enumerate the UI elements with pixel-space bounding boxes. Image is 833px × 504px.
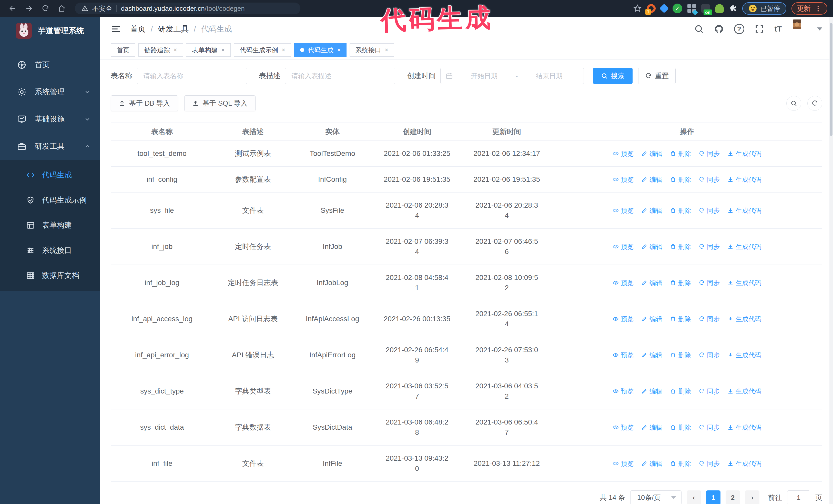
edit-link[interactable]: 编辑 bbox=[641, 241, 662, 252]
generate-code-link[interactable]: 生成代码 bbox=[728, 386, 761, 396]
table-name-input[interactable] bbox=[137, 68, 247, 84]
page-tab[interactable]: 代码生成 × bbox=[294, 43, 347, 57]
browser-update-button[interactable]: 更新 ⋮ bbox=[791, 2, 827, 15]
forward-icon[interactable] bbox=[22, 2, 36, 16]
home-icon[interactable] bbox=[55, 2, 69, 16]
sidebar-item-devtools[interactable]: 研发工具 bbox=[0, 133, 100, 160]
generate-code-link[interactable]: 生成代码 bbox=[728, 422, 761, 432]
sync-link[interactable]: 同步 bbox=[699, 350, 720, 360]
tab-close-icon[interactable]: × bbox=[385, 47, 388, 53]
extension-green-icon[interactable] bbox=[715, 4, 724, 13]
reset-button[interactable]: 重置 bbox=[638, 68, 675, 84]
sync-link[interactable]: 同步 bbox=[699, 458, 720, 469]
page-tab[interactable]: 系统接口 × bbox=[350, 43, 394, 57]
extension-gem-icon[interactable] bbox=[661, 5, 667, 12]
extension-orange-icon[interactable]: 1 bbox=[647, 4, 656, 13]
url-bar[interactable]: 不安全 dashboard.yudao.iocoder.cn/tool/code… bbox=[75, 3, 301, 14]
generate-code-link[interactable]: 生成代码 bbox=[728, 205, 761, 216]
sync-link[interactable]: 同步 bbox=[699, 205, 720, 216]
table-desc-input[interactable] bbox=[285, 68, 395, 84]
next-page-button[interactable]: › bbox=[745, 490, 759, 504]
prev-page-button[interactable]: ‹ bbox=[687, 490, 701, 504]
reload-icon[interactable] bbox=[39, 2, 52, 16]
browser-menu-icon[interactable]: ⋮ bbox=[814, 4, 822, 13]
generate-code-link[interactable]: 生成代码 bbox=[728, 350, 761, 360]
tab-close-icon[interactable]: × bbox=[173, 47, 177, 53]
breadcrumb-devtools[interactable]: 研发工具 bbox=[158, 24, 189, 34]
delete-link[interactable]: 删除 bbox=[670, 350, 691, 360]
delete-link[interactable]: 删除 bbox=[670, 241, 691, 252]
sync-link[interactable]: 同步 bbox=[699, 422, 720, 432]
generate-code-link[interactable]: 生成代码 bbox=[728, 174, 761, 185]
delete-link[interactable]: 删除 bbox=[670, 314, 691, 324]
generate-code-link[interactable]: 生成代码 bbox=[728, 148, 761, 159]
bookmark-star-icon[interactable] bbox=[633, 4, 642, 13]
preview-link[interactable]: 预览 bbox=[613, 458, 634, 469]
sync-link[interactable]: 同步 bbox=[699, 386, 720, 396]
generate-code-link[interactable]: 生成代码 bbox=[728, 278, 761, 288]
sidebar-item-form-builder[interactable]: 表单构建 bbox=[0, 213, 100, 238]
preview-link[interactable]: 预览 bbox=[613, 174, 634, 185]
extension-grid-icon[interactable] bbox=[687, 4, 696, 13]
page-tab[interactable]: 表单构建 × bbox=[186, 43, 231, 57]
refresh-table-button[interactable] bbox=[807, 96, 822, 111]
sidebar-item-db-docs[interactable]: 数据库文档 bbox=[0, 263, 100, 288]
preview-link[interactable]: 预览 bbox=[613, 241, 634, 252]
generate-code-link[interactable]: 生成代码 bbox=[728, 241, 761, 252]
back-icon[interactable] bbox=[6, 2, 20, 16]
sidebar-item-codegen-demo[interactable]: 代码生成示例 bbox=[0, 188, 100, 213]
page-button-2[interactable]: 2 bbox=[725, 490, 740, 504]
extension-switch-icon[interactable]: on bbox=[701, 4, 710, 13]
tab-close-icon[interactable]: × bbox=[337, 47, 341, 53]
sync-link[interactable]: 同步 bbox=[699, 278, 720, 288]
edit-link[interactable]: 编辑 bbox=[641, 205, 662, 216]
paused-profile-chip[interactable]: 已暂停 bbox=[742, 2, 786, 15]
preview-link[interactable]: 预览 bbox=[613, 314, 634, 324]
edit-link[interactable]: 编辑 bbox=[641, 148, 662, 159]
delete-link[interactable]: 删除 bbox=[670, 148, 691, 159]
header-search-icon[interactable] bbox=[694, 24, 704, 34]
tab-close-icon[interactable]: × bbox=[221, 47, 225, 53]
github-icon[interactable] bbox=[714, 24, 724, 34]
preview-link[interactable]: 预览 bbox=[613, 205, 634, 216]
sidebar-item-codegen[interactable]: 代码生成 bbox=[0, 163, 100, 188]
sidebar-item-system[interactable]: 系统管理 bbox=[0, 78, 100, 105]
delete-link[interactable]: 删除 bbox=[670, 174, 691, 185]
user-avatar[interactable] bbox=[792, 20, 807, 39]
preview-link[interactable]: 预览 bbox=[613, 350, 634, 360]
page-tab[interactable]: 首页 × bbox=[111, 43, 135, 57]
import-db-button[interactable]: 基于 DB 导入 bbox=[111, 95, 178, 111]
toggle-search-button[interactable] bbox=[786, 96, 801, 111]
font-size-icon[interactable]: tT bbox=[775, 25, 782, 33]
tab-close-icon[interactable]: × bbox=[282, 47, 285, 53]
edit-link[interactable]: 编辑 bbox=[641, 422, 662, 432]
extension-check-icon[interactable]: ✓ bbox=[672, 4, 682, 13]
preview-link[interactable]: 预览 bbox=[613, 422, 634, 432]
edit-link[interactable]: 编辑 bbox=[641, 278, 662, 288]
edit-link[interactable]: 编辑 bbox=[641, 386, 662, 396]
hamburger-icon[interactable] bbox=[111, 24, 121, 34]
edit-link[interactable]: 编辑 bbox=[641, 458, 662, 469]
search-button[interactable]: 搜索 bbox=[593, 68, 633, 84]
page-button-1[interactable]: 1 bbox=[706, 490, 720, 504]
delete-link[interactable]: 删除 bbox=[670, 422, 691, 432]
help-icon[interactable]: ? bbox=[734, 24, 744, 34]
delete-link[interactable]: 删除 bbox=[670, 205, 691, 216]
sidebar-item-home[interactable]: 首页 bbox=[0, 51, 100, 78]
sync-link[interactable]: 同步 bbox=[699, 314, 720, 324]
goto-page-input[interactable] bbox=[787, 490, 810, 504]
page-size-select[interactable]: 10条/页 bbox=[630, 490, 682, 504]
page-tab[interactable]: 代码生成示例 × bbox=[234, 43, 291, 57]
delete-link[interactable]: 删除 bbox=[670, 458, 691, 469]
edit-link[interactable]: 编辑 bbox=[641, 350, 662, 360]
avatar-caret-icon[interactable] bbox=[817, 27, 822, 30]
preview-link[interactable]: 预览 bbox=[613, 148, 634, 159]
delete-link[interactable]: 删除 bbox=[670, 278, 691, 288]
sidebar-item-infra[interactable]: 基础设施 bbox=[0, 105, 100, 133]
sidebar-item-system-api[interactable]: 系统接口 bbox=[0, 238, 100, 263]
page-tab[interactable]: 链路追踪 × bbox=[138, 43, 183, 57]
edit-link[interactable]: 编辑 bbox=[641, 174, 662, 185]
preview-link[interactable]: 预览 bbox=[613, 386, 634, 396]
sync-link[interactable]: 同步 bbox=[699, 174, 720, 185]
scrollbar-thumb[interactable] bbox=[830, 23, 832, 136]
